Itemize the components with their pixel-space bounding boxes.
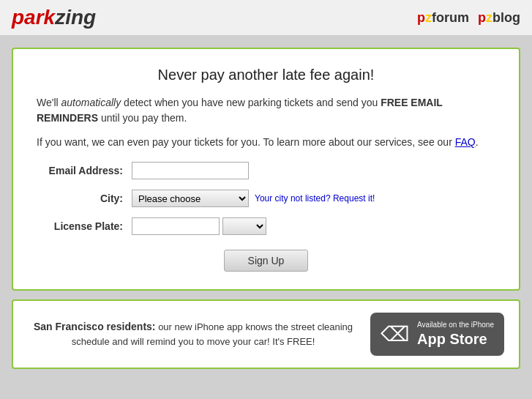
appstore-available: Available on the iPhone [417, 320, 494, 329]
header-nav: pzforum pzblog [417, 10, 520, 26]
plate-label: License Plate: [37, 220, 132, 232]
city-select[interactable]: Please choose [132, 190, 249, 207]
content-wrapper: Never pay another late fee again! We'll … [0, 36, 532, 381]
sf-bold-text: San Francisco residents: [34, 321, 156, 332]
city-not-listed-link[interactable]: Your city not listed? Request it! [255, 193, 375, 204]
faq-link[interactable]: FAQ [455, 136, 476, 148]
forum-label: forum [432, 10, 469, 25]
header: parkzing pzforum pzblog [0, 0, 532, 36]
city-row: City: Please choose Your city not listed… [37, 190, 495, 207]
appstore-store-label: App Store [417, 329, 494, 348]
signup-button[interactable]: Sign Up [224, 250, 309, 272]
email-row: Email Address: [37, 162, 495, 179]
logo-park: park [12, 6, 55, 29]
blog-pz-z: z [486, 10, 492, 25]
signup-form: Email Address: City: Please choose Your … [37, 162, 495, 235]
city-controls: Please choose Your city not listed? Requ… [132, 190, 375, 207]
para1-mid: detect when you have new parking tickets… [121, 97, 381, 108]
para1-italic: automatically [61, 97, 121, 108]
email-label: Email Address: [37, 165, 132, 176]
para-1: We'll automatically detect when you have… [37, 95, 495, 126]
signup-title: Never pay another late fee again! [37, 67, 495, 83]
plate-controls [132, 217, 266, 235]
signup-card: Never pay another late fee again! We'll … [12, 48, 520, 291]
logo-zing: zing [55, 6, 96, 29]
appstore-badge-text: Available on the iPhone App Store [417, 320, 494, 348]
email-input[interactable] [132, 162, 249, 179]
forum-pz-z: z [425, 10, 432, 25]
appstore-text: San Francisco residents: our new iPhone … [28, 319, 359, 349]
state-select[interactable] [222, 217, 266, 235]
para1-pre: We'll [37, 97, 61, 108]
city-label: City: [37, 193, 132, 204]
plate-row: License Plate: [37, 217, 495, 235]
logo: parkzing [12, 6, 96, 29]
para1-post: until you pay them. [98, 112, 187, 124]
appstore-badge[interactable]: ⌫ Available on the iPhone App Store [370, 313, 504, 356]
para-2: If you want, we can even pay your ticket… [37, 135, 495, 150]
blog-pz-p: p [478, 10, 486, 25]
para2-post: . [476, 136, 479, 148]
para2-pre: If you want, we can even pay your ticket… [37, 136, 455, 148]
plate-input[interactable] [132, 217, 220, 235]
signup-btn-row: Sign Up [37, 250, 495, 272]
phone-icon: ⌫ [381, 322, 410, 346]
forum-link[interactable]: pzforum [417, 10, 469, 26]
appstore-card: San Francisco residents: our new iPhone … [12, 299, 520, 369]
blog-label: blog [492, 10, 520, 25]
forum-pz-p: p [417, 10, 425, 25]
blog-link[interactable]: pzblog [478, 10, 520, 26]
